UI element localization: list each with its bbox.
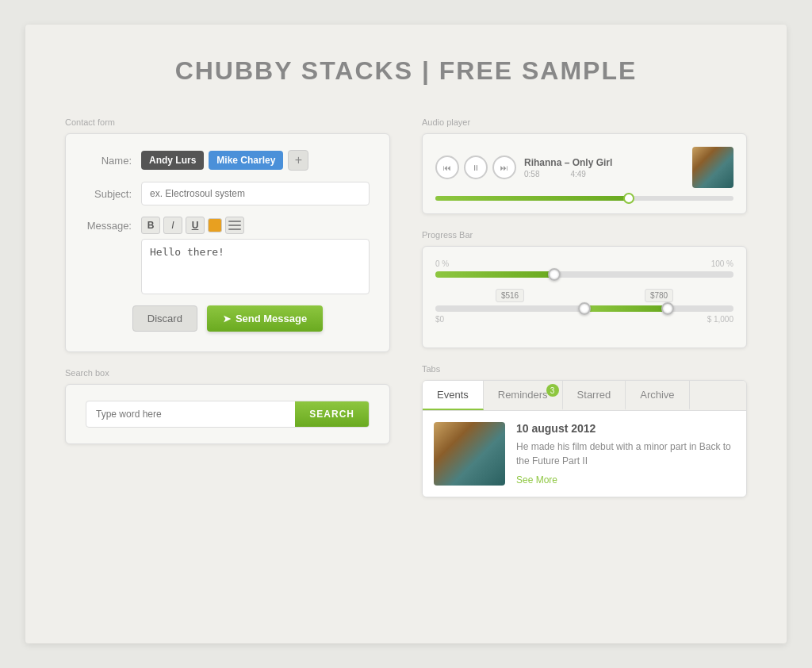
audio-player-label: Audio player <box>422 117 747 127</box>
audio-player-card: ⏮ ⏸ ⏭ Rihanna – Only Girl 0:58 4:49 <box>422 133 747 214</box>
event-text: 10 august 2012 He made his film debut wi… <box>516 422 735 486</box>
name-label: Name: <box>86 155 141 167</box>
contact-form-label: Contact form <box>65 117 390 127</box>
progress-bar-card: 0 % 100 % $516 $780 <box>422 246 747 348</box>
right-column: Audio player ⏮ ⏸ ⏭ Rihanna – Only Girl 0… <box>422 117 747 497</box>
reminders-badge: 3 <box>546 384 559 397</box>
color-swatch[interactable] <box>208 218 222 232</box>
main-layout: Contact form Name: Andy Lurs Mike Charle… <box>65 117 747 497</box>
bar2-label-left: $0 <box>435 315 444 324</box>
form-actions: Discard ➤ Send Message <box>86 305 370 332</box>
send-icon: ➤ <box>223 313 231 324</box>
event-description: He made his film debut with a minor part… <box>516 440 735 468</box>
progress-bar-section: Progress Bar 0 % 100 % <box>422 230 747 348</box>
slider-thumb-2a[interactable] <box>578 302 591 315</box>
slider-fill-2 <box>584 305 668 312</box>
bar2-label-right: $ 1,000 <box>707 315 733 324</box>
tab-events[interactable]: Events <box>423 381 484 410</box>
tab-reminders[interactable]: Reminders 3 <box>484 381 563 410</box>
range-values-row: $516 $780 <box>435 289 733 302</box>
album-art <box>692 147 733 188</box>
player-progress <box>435 196 733 201</box>
tab-starred[interactable]: Starred <box>563 381 626 410</box>
see-more-link[interactable]: See More <box>516 474 735 486</box>
subject-label: Subject: <box>86 188 141 200</box>
slider-thumb-2b[interactable] <box>661 302 674 315</box>
search-inner: SEARCH <box>86 401 370 428</box>
slider-fill-1 <box>435 271 554 278</box>
slider-thumb-1[interactable] <box>548 268 561 281</box>
range-labels: $0 $ 1,000 <box>435 315 733 324</box>
name-tag-andy[interactable]: Andy Lurs <box>141 151 204 170</box>
time-total: 4:49 <box>570 170 585 179</box>
page-wrapper: CHUBBY STACKS | FREE SAMPLE Contact form… <box>25 25 787 643</box>
tabs-section: Tabs Events Reminders 3 Starred <box>422 364 747 497</box>
player-time: 0:58 4:49 <box>524 170 684 179</box>
tabs-header: Events Reminders 3 Starred Archive <box>423 381 746 411</box>
tabs-content: 10 august 2012 He made his film debut wi… <box>423 411 746 497</box>
range-value-2: $780 <box>645 289 673 302</box>
progress-bar-row-2: $516 $780 $0 $ 1,000 <box>435 289 733 324</box>
tabs-card: Events Reminders 3 Starred Archive <box>422 380 747 497</box>
name-row: Name: Andy Lurs Mike Charley + <box>86 150 370 171</box>
search-box-label: Search box <box>65 368 390 378</box>
event-thumbnail <box>434 422 505 486</box>
send-message-button[interactable]: ➤ Send Message <box>207 305 323 332</box>
play-pause-button[interactable]: ⏸ <box>464 155 488 179</box>
italic-button[interactable]: I <box>163 217 182 234</box>
range-value-1: $516 <box>496 289 524 302</box>
player-progress-fill <box>435 196 629 201</box>
search-input[interactable] <box>86 401 295 427</box>
add-name-button[interactable]: + <box>288 150 308 171</box>
forward-button[interactable]: ⏭ <box>492 155 516 179</box>
time-current: 0:58 <box>524 170 539 179</box>
tab-archive[interactable]: Archive <box>626 381 689 410</box>
bar1-label-left: 0 % <box>435 259 449 268</box>
tabs-label: Tabs <box>422 364 747 374</box>
bold-button[interactable]: B <box>141 217 160 234</box>
player-info: Rihanna – Only Girl 0:58 4:49 <box>524 157 684 179</box>
search-box-section: Search box SEARCH <box>65 368 390 444</box>
player-progress-track[interactable] <box>435 196 733 201</box>
list-button[interactable] <box>225 217 244 234</box>
event-date: 10 august 2012 <box>516 422 735 435</box>
player-progress-thumb[interactable] <box>623 193 634 204</box>
message-area: B I U Hello there! <box>141 217 370 294</box>
message-toolbar: B I U <box>141 217 370 234</box>
progress-bar-1-labels: 0 % 100 % <box>435 259 733 268</box>
name-tag-mike[interactable]: Mike Charley <box>209 151 283 170</box>
song-title: Rihanna – Only Girl <box>524 157 684 168</box>
contact-form-card: Name: Andy Lurs Mike Charley + Subject: <box>65 133 390 352</box>
progress-bar-row-1: 0 % 100 % <box>435 259 733 278</box>
player-main: ⏮ ⏸ ⏭ Rihanna – Only Girl 0:58 4:49 <box>435 147 733 188</box>
search-card: SEARCH <box>65 384 390 444</box>
send-label: Send Message <box>236 313 307 324</box>
contact-form-section: Contact form Name: Andy Lurs Mike Charle… <box>65 117 390 352</box>
rewind-button[interactable]: ⏮ <box>435 155 459 179</box>
message-row: Message: B I U Hello ther <box>86 217 370 294</box>
bar1-label-right: 100 % <box>711 259 733 268</box>
left-column: Contact form Name: Andy Lurs Mike Charle… <box>65 117 390 497</box>
player-controls: ⏮ ⏸ ⏭ <box>435 155 516 179</box>
message-textarea[interactable]: Hello there! <box>141 239 370 294</box>
audio-player-section: Audio player ⏮ ⏸ ⏭ Rihanna – Only Girl 0… <box>422 117 747 214</box>
discard-button[interactable]: Discard <box>132 305 197 332</box>
name-field-group: Andy Lurs Mike Charley + <box>141 150 370 171</box>
subject-input[interactable] <box>141 182 370 205</box>
slider-track-1[interactable] <box>435 271 733 278</box>
underline-button[interactable]: U <box>186 217 205 234</box>
slider-track-2[interactable] <box>435 305 733 312</box>
subject-row: Subject: <box>86 182 370 205</box>
message-label: Message: <box>86 217 141 232</box>
search-button[interactable]: SEARCH <box>295 401 369 427</box>
progress-bar-label: Progress Bar <box>422 230 747 240</box>
page-title: CHUBBY STACKS | FREE SAMPLE <box>65 56 747 86</box>
